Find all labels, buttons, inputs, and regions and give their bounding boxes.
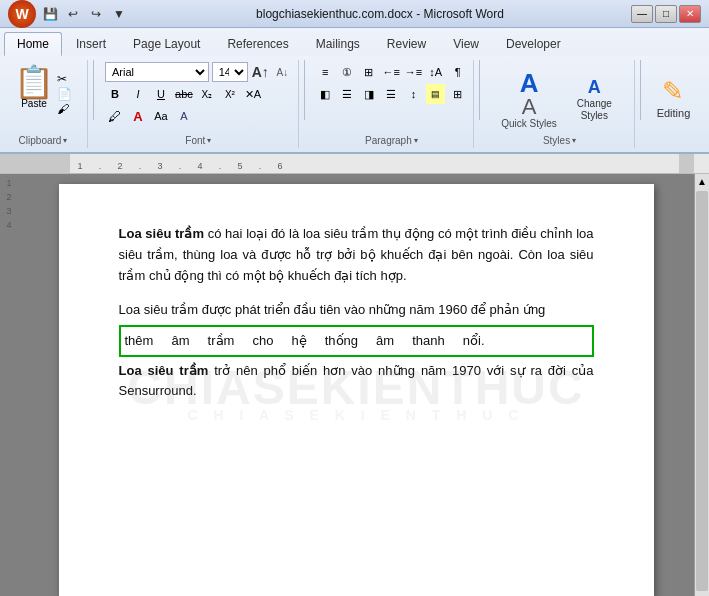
styles-arrow-icon[interactable]: ▾ <box>572 136 576 145</box>
close-button[interactable]: ✕ <box>679 5 701 23</box>
line-spacing-button[interactable]: ↕ <box>404 84 423 104</box>
borders-button[interactable]: ⊞ <box>448 84 467 104</box>
quick-access-toolbar: 💾 ↩ ↪ ▼ <box>40 4 129 24</box>
font-row-3: 🖊 A Aa A <box>105 106 292 126</box>
sort-button[interactable]: ↕A <box>426 62 445 82</box>
window-title: blogchiasekienthuc.com.docx - Microsoft … <box>129 7 631 21</box>
save-button[interactable]: 💾 <box>40 4 60 24</box>
tab-view[interactable]: View <box>440 32 492 56</box>
paste-label: Paste <box>21 98 47 109</box>
clear-format-button[interactable]: ✕A <box>243 84 263 104</box>
divider-1 <box>93 60 94 120</box>
tab-insert[interactable]: Insert <box>63 32 119 56</box>
office-button[interactable]: W <box>8 0 36 28</box>
doc-left-bar: 1 2 3 4 <box>0 174 18 596</box>
para-row-1: ≡ ① ⊞ ←≡ →≡ ↕A ¶ <box>316 62 467 82</box>
tab-review[interactable]: Review <box>374 32 439 56</box>
decrease-indent-button[interactable]: ←≡ <box>381 62 400 82</box>
bullets-button[interactable]: ≡ <box>316 62 335 82</box>
copy-button[interactable]: 📄 <box>57 87 72 101</box>
para1-bold: Loa siêu trầm <box>119 226 204 241</box>
divider-3 <box>479 60 480 120</box>
font-row-2: B I U abc X₂ X² ✕A <box>105 84 292 104</box>
scroll-up-button[interactable]: ▲ <box>695 174 709 189</box>
text-effect-button[interactable]: A <box>174 106 194 126</box>
editing-icon: ✎ <box>662 76 684 107</box>
minimize-button[interactable]: — <box>631 5 653 23</box>
italic-button[interactable]: I <box>128 84 148 104</box>
tab-references[interactable]: References <box>214 32 301 56</box>
superscript-button[interactable]: X² <box>220 84 240 104</box>
scroll-thumb[interactable] <box>696 191 708 591</box>
font-label: Font ▾ <box>185 135 211 146</box>
subscript-button[interactable]: X₂ <box>197 84 217 104</box>
justify-button[interactable]: ☰ <box>382 84 401 104</box>
editing-group: ✎ Editing _ <box>646 60 701 148</box>
styles-group: A A Quick Styles A Change Styles Styles … <box>485 60 635 148</box>
paragraph-arrow-icon[interactable]: ▾ <box>414 136 418 145</box>
paste-button[interactable]: 📋 <box>14 66 54 98</box>
highlighted-text: thêm âm trầm cho hệ thống âm thanh nổi. <box>119 325 594 356</box>
strikethrough-button[interactable]: abc <box>174 84 194 104</box>
quick-styles-button[interactable]: A A Quick Styles <box>497 66 561 133</box>
cut-button[interactable]: ✂ <box>57 72 72 86</box>
customize-qat-button[interactable]: ▼ <box>109 4 129 24</box>
document-page: CHIASEKIENTHUC C H I A S E K I E N T H U… <box>59 184 654 596</box>
tab-page-layout[interactable]: Page Layout <box>120 32 213 56</box>
format-painter-button[interactable]: 🖌 <box>57 102 72 116</box>
tab-mailings[interactable]: Mailings <box>303 32 373 56</box>
ruler-right-margin <box>679 154 694 173</box>
titlebar-left: W 💾 ↩ ↪ ▼ <box>8 0 129 28</box>
font-arrow-icon[interactable]: ▾ <box>207 136 211 145</box>
divider-4 <box>640 60 641 120</box>
styles-label: Styles ▾ <box>543 135 576 146</box>
document-wrapper: 1 2 3 4 CHIASEKIENTHUC C H I A S E K I E… <box>0 174 709 596</box>
font-name-select[interactable]: Arial <box>105 62 209 82</box>
increase-indent-button[interactable]: →≡ <box>404 62 423 82</box>
shrink-font-button[interactable]: A↓ <box>273 62 292 82</box>
font-row-1: Arial 14 A↑ A↓ <box>105 62 292 82</box>
ribbon: Home Insert Page Layout References Maili… <box>0 28 709 154</box>
ribbon-content: 📋 Paste ✂ 📄 🖌 Clipboard ▾ <box>0 56 709 152</box>
clipboard-arrow-icon[interactable]: ▾ <box>63 136 67 145</box>
para3-bold: Loa siêu trầm <box>119 363 209 378</box>
change-styles-icon: A <box>588 77 601 98</box>
ruler: 1 . 2 . 3 . 4 . 5 . 6 <box>0 154 709 174</box>
clipboard-group: 📋 Paste ✂ 📄 🖌 Clipboard ▾ <box>8 60 88 148</box>
divider-2 <box>304 60 305 120</box>
multilevel-list-button[interactable]: ⊞ <box>360 62 379 82</box>
quick-styles-label: Quick Styles <box>501 118 557 129</box>
change-styles-button[interactable]: A Change Styles <box>567 75 622 124</box>
window-controls: — □ ✕ <box>631 5 701 23</box>
ruler-left-margin <box>0 154 70 173</box>
align-left-button[interactable]: ◧ <box>316 84 335 104</box>
undo-button[interactable]: ↩ <box>63 4 83 24</box>
grow-font-button[interactable]: A↑ <box>251 62 270 82</box>
editing-label: Editing <box>657 107 691 119</box>
redo-button[interactable]: ↪ <box>86 4 106 24</box>
font-size-select[interactable]: 14 <box>212 62 248 82</box>
bold-button[interactable]: B <box>105 84 125 104</box>
maximize-button[interactable]: □ <box>655 5 677 23</box>
vertical-scrollbar[interactable]: ▲ ▼ <box>694 174 709 596</box>
ribbon-tabs: Home Insert Page Layout References Maili… <box>0 28 709 56</box>
clipboard-label: Clipboard ▾ <box>19 135 68 146</box>
numbering-button[interactable]: ① <box>338 62 357 82</box>
editing-button[interactable]: ✎ Editing <box>653 72 695 123</box>
para-row-2: ◧ ☰ ◨ ☰ ↕ ▤ ⊞ <box>316 84 467 104</box>
show-marks-button[interactable]: ¶ <box>448 62 467 82</box>
shading-button[interactable]: ▤ <box>426 84 445 104</box>
tab-home[interactable]: Home <box>4 32 62 56</box>
page-area[interactable]: CHIASEKIENTHUC C H I A S E K I E N T H U… <box>18 174 694 596</box>
aa-case-button[interactable]: Aa <box>151 106 171 126</box>
tab-developer[interactable]: Developer <box>493 32 574 56</box>
text-highlight-button[interactable]: 🖊 <box>105 106 125 126</box>
paragraph-label: Paragraph ▾ <box>365 135 418 146</box>
paragraph-1: Loa siêu trầm có hai loại đó là loa siêu… <box>119 224 594 286</box>
align-right-button[interactable]: ◨ <box>360 84 379 104</box>
underline-button[interactable]: U <box>151 84 171 104</box>
paragraph-group: ≡ ① ⊞ ←≡ →≡ ↕A ¶ ◧ ☰ ◨ ☰ ↕ ▤ ⊞ <box>310 60 474 148</box>
titlebar: W 💾 ↩ ↪ ▼ blogchiasekienthuc.com.docx - … <box>0 0 709 28</box>
align-center-button[interactable]: ☰ <box>338 84 357 104</box>
font-color-button[interactable]: A <box>128 106 148 126</box>
